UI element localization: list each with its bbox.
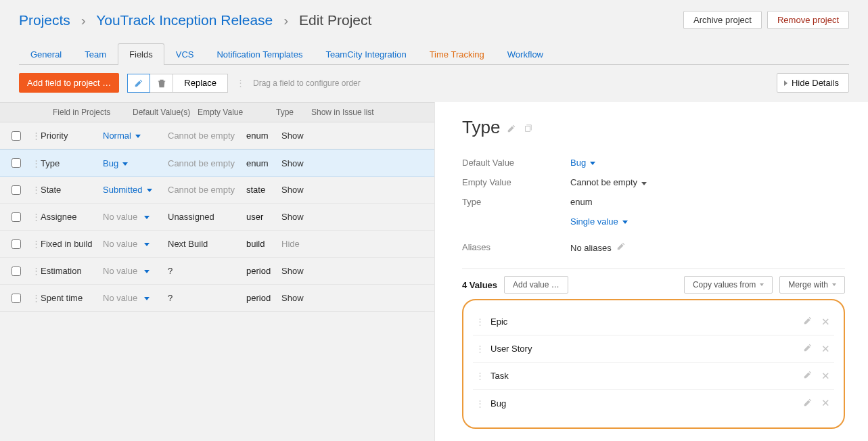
drag-handle-icon[interactable]: ⋮ bbox=[473, 344, 486, 354]
values-box: ⋮Epic✕⋮User Story✕⋮Task✕⋮Bug✕ bbox=[462, 299, 845, 429]
values-count: 4 Values bbox=[462, 280, 497, 290]
edit-value-icon[interactable] bbox=[799, 316, 817, 327]
type-cell: period bbox=[246, 266, 281, 276]
empty-value-cell: Cannot be empty bbox=[168, 158, 246, 168]
tab-vcs[interactable]: VCS bbox=[164, 43, 206, 65]
tab-team[interactable]: Team bbox=[73, 43, 118, 65]
row-checkbox[interactable] bbox=[12, 294, 21, 303]
aliases-label: Aliases bbox=[462, 242, 570, 252]
row-checkbox[interactable] bbox=[12, 266, 21, 276]
delete-value-icon[interactable]: ✕ bbox=[817, 397, 834, 409]
default-value-dropdown[interactable]: Bug bbox=[570, 158, 595, 168]
edit-value-icon[interactable] bbox=[799, 343, 817, 354]
cardinality-dropdown[interactable]: Single value bbox=[570, 216, 628, 227]
replace-button[interactable]: Replace bbox=[173, 74, 228, 93]
show-cell: Hide bbox=[281, 239, 376, 249]
field-name: Type bbox=[41, 158, 103, 168]
tab-notification-templates[interactable]: Notification Templates bbox=[205, 43, 314, 65]
drag-handle-icon[interactable]: ⋮ bbox=[473, 371, 486, 381]
field-row[interactable]: ⋮Fixed in buildNo value Next BuildbuildH… bbox=[0, 231, 434, 258]
field-name: Spent time bbox=[41, 293, 103, 303]
row-checkbox[interactable] bbox=[12, 212, 21, 222]
value-row[interactable]: ⋮Bug✕ bbox=[473, 390, 834, 417]
hide-details-button[interactable]: Hide Details bbox=[777, 73, 849, 93]
delete-value-icon[interactable]: ✕ bbox=[817, 316, 834, 328]
aliases-value: No aliases bbox=[570, 241, 626, 253]
edit-mode-button[interactable] bbox=[127, 74, 150, 93]
type-cell: period bbox=[246, 293, 281, 303]
remove-project-button[interactable]: Remove project bbox=[767, 11, 849, 29]
row-checkbox[interactable] bbox=[12, 158, 21, 168]
tab-fields[interactable]: Fields bbox=[118, 43, 164, 65]
pencil-icon bbox=[134, 78, 143, 88]
tab-time-tracking[interactable]: Time Tracking bbox=[418, 43, 496, 65]
edit-title-icon[interactable] bbox=[507, 117, 516, 138]
row-checkbox[interactable] bbox=[12, 185, 21, 195]
delete-value-icon[interactable]: ✕ bbox=[817, 370, 834, 382]
type-value: enum bbox=[570, 197, 593, 207]
edit-aliases-icon[interactable] bbox=[616, 243, 626, 253]
empty-value-label: Empty Value bbox=[462, 177, 570, 187]
show-cell: Show bbox=[281, 158, 376, 168]
row-checkbox[interactable] bbox=[12, 131, 21, 141]
add-field-button[interactable]: Add field to project … bbox=[19, 73, 119, 93]
default-value-cell[interactable]: No value bbox=[103, 212, 150, 222]
show-cell: Show bbox=[281, 266, 376, 276]
breadcrumb-project[interactable]: YouTrack Inception Release bbox=[96, 12, 273, 28]
copy-values-dropdown[interactable]: Copy values from bbox=[684, 276, 773, 294]
show-cell: Show bbox=[281, 131, 376, 141]
drag-handle-icon[interactable]: ⋮ bbox=[31, 239, 41, 249]
tab-workflow[interactable]: Workflow bbox=[496, 43, 555, 65]
value-row[interactable]: ⋮User Story✕ bbox=[473, 335, 834, 363]
tab-general[interactable]: General bbox=[19, 43, 73, 65]
type-cell: enum bbox=[246, 131, 281, 141]
value-row[interactable]: ⋮Epic✕ bbox=[473, 308, 834, 335]
merge-with-dropdown[interactable]: Merge with bbox=[779, 276, 845, 294]
value-row[interactable]: ⋮Task✕ bbox=[473, 363, 834, 390]
drag-handle-icon[interactable]: ⋮ bbox=[31, 293, 41, 303]
field-row[interactable]: ⋮Spent timeNo value ?periodShow bbox=[0, 285, 434, 312]
archive-project-button[interactable]: Archive project bbox=[683, 11, 762, 29]
default-value-cell[interactable]: No value bbox=[103, 239, 150, 249]
fields-table-header: Field in Projects Default Value(s) Empty… bbox=[0, 102, 434, 122]
copy-icon bbox=[523, 124, 532, 133]
default-value-cell[interactable]: No value bbox=[103, 266, 150, 276]
drag-handle-icon[interactable]: ⋮ bbox=[473, 317, 486, 327]
default-value-cell[interactable]: Normal bbox=[103, 131, 141, 141]
breadcrumb-projects[interactable]: Projects bbox=[19, 12, 70, 28]
default-value-cell[interactable]: No value bbox=[103, 293, 150, 303]
type-cell: state bbox=[246, 185, 281, 195]
breadcrumb: Projects › YouTrack Inception Release › … bbox=[19, 12, 371, 28]
drag-handle-icon[interactable]: ⋮ bbox=[31, 266, 41, 276]
add-value-button[interactable]: Add value … bbox=[504, 276, 568, 294]
row-checkbox[interactable] bbox=[12, 239, 21, 249]
drag-handle-icon[interactable]: ⋮ bbox=[473, 398, 486, 409]
empty-value-dropdown[interactable]: Cannot be empty bbox=[570, 177, 647, 187]
field-row[interactable]: ⋮TypeBugCannot be emptyenumShow bbox=[0, 149, 434, 177]
field-row[interactable]: ⋮PriorityNormalCannot be emptyenumShow bbox=[0, 122, 434, 149]
delete-value-icon[interactable]: ✕ bbox=[817, 343, 834, 355]
empty-value-cell: ? bbox=[168, 293, 246, 303]
field-name: Estimation bbox=[41, 266, 103, 276]
delete-mode-button[interactable] bbox=[150, 74, 173, 93]
field-name: Assignee bbox=[41, 212, 103, 222]
type-cell: user bbox=[246, 212, 281, 222]
drag-handle-icon[interactable]: ⋮ bbox=[31, 158, 41, 168]
edit-value-icon[interactable] bbox=[799, 370, 817, 381]
drag-handle-icon[interactable]: ⋮ bbox=[31, 131, 41, 141]
tab-teamcity-integration[interactable]: TeamCity Integration bbox=[314, 43, 417, 65]
edit-value-icon[interactable] bbox=[799, 398, 817, 409]
field-name: Priority bbox=[41, 131, 103, 141]
field-row[interactable]: ⋮AssigneeNo value UnassigneduserShow bbox=[0, 204, 434, 231]
field-row[interactable]: ⋮StateSubmittedCannot be emptystateShow bbox=[0, 177, 434, 204]
field-name: Fixed in build bbox=[41, 239, 103, 249]
drag-handle-icon[interactable]: ⋮ bbox=[31, 212, 41, 222]
default-value-cell[interactable]: Bug bbox=[103, 158, 128, 168]
clone-icon[interactable] bbox=[523, 117, 532, 138]
value-label: User Story bbox=[486, 344, 799, 354]
type-cell: enum bbox=[246, 158, 281, 168]
default-value-cell[interactable]: Submitted bbox=[103, 185, 152, 195]
field-row[interactable]: ⋮EstimationNo value ?periodShow bbox=[0, 258, 434, 285]
value-label: Task bbox=[486, 371, 799, 381]
drag-handle-icon[interactable]: ⋮ bbox=[31, 185, 41, 195]
